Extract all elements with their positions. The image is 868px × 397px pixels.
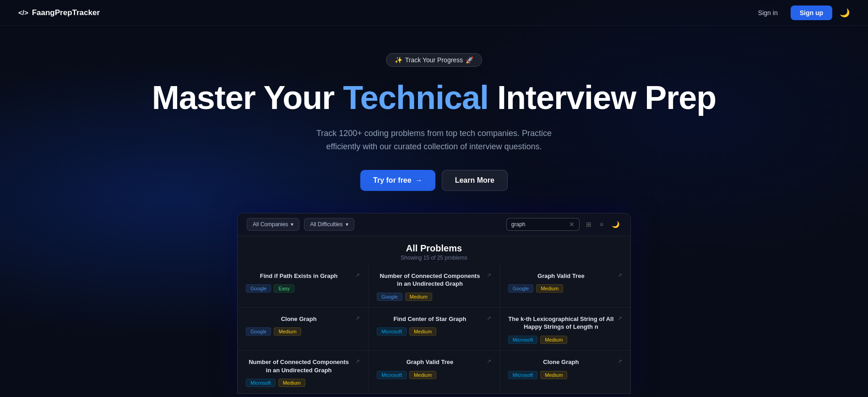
external-link-icon[interactable]: ↗ (618, 272, 622, 278)
preview-toolbar: All Companies ▾ All Difficulties ▾ ✕ ⊞ ≡… (238, 213, 630, 236)
grid-view-icon[interactable]: ⊞ (584, 219, 593, 230)
hero-title: Master Your Technical Interview Prep (0, 80, 868, 116)
signin-button[interactable]: Sign in (753, 6, 783, 19)
toolbar-filters: All Companies ▾ All Difficulties ▾ (247, 218, 354, 231)
company-tag: Google (246, 327, 271, 336)
difficulties-filter-label: All Difficulties (310, 221, 342, 228)
company-tag: Google (377, 293, 402, 301)
problems-header: All Problems Showing 15 of 25 problems (238, 236, 630, 265)
learn-more-button[interactable]: Learn More (442, 170, 508, 191)
difficulty-tag: Easy (274, 284, 294, 293)
problem-title: Number of Connected Components in an Und… (246, 358, 355, 374)
list-view-icon[interactable]: ≡ (598, 219, 605, 230)
toolbar-right: ✕ ⊞ ≡ 🌙 (506, 218, 621, 231)
problem-card[interactable]: The k-th Lexicographical String of All H… (500, 308, 630, 350)
problem-card[interactable]: Clone Graph ↗ Google Medium (238, 308, 368, 350)
companies-filter[interactable]: All Companies ▾ (247, 218, 299, 231)
difficulty-tag: Medium (278, 379, 305, 387)
card-tags: Google Medium (508, 284, 622, 293)
difficulty-tag: Medium (540, 336, 567, 344)
external-link-icon[interactable]: ↗ (618, 358, 622, 364)
difficulties-filter[interactable]: All Difficulties ▾ (304, 218, 354, 231)
difficulty-tag: Medium (536, 284, 563, 293)
problem-card[interactable]: Clone Graph ↗ Microsoft Medium (500, 351, 630, 393)
try-free-button[interactable]: Try for free → (360, 170, 435, 191)
hero-buttons: Try for free → Learn More (0, 170, 868, 191)
problem-title: Graph Valid Tree (377, 358, 486, 366)
problem-card[interactable]: Graph Valid Tree ↗ Microsoft Medium (369, 351, 499, 393)
card-tags: Microsoft Medium (508, 371, 622, 379)
external-link-icon[interactable]: ↗ (487, 272, 491, 278)
card-tags: Google Medium (377, 293, 491, 301)
hero-title-highlight: Technical (343, 79, 488, 116)
hero-title-part1: Master Your (152, 79, 343, 116)
preview-panel: All Companies ▾ All Difficulties ▾ ✕ ⊞ ≡… (237, 213, 631, 394)
preview-moon-icon[interactable]: 🌙 (610, 219, 621, 230)
problem-title: Clone Graph (246, 315, 355, 323)
problem-title: Find if Path Exists in Graph (246, 272, 355, 280)
chevron-down-icon-2: ▾ (346, 221, 348, 228)
chevron-down-icon: ▾ (291, 221, 293, 228)
external-link-icon[interactable]: ↗ (618, 315, 622, 321)
hero-title-part2: Interview Prep (488, 79, 716, 116)
difficulty-tag: Medium (409, 327, 436, 336)
problem-card[interactable]: Number of Connected Components in an Und… (238, 351, 368, 393)
badge-sparkle-icon: ✨ (395, 56, 402, 64)
hero-section: ✨ Track Your Progress 🚀 Master Your Tech… (0, 26, 868, 397)
problem-title: Find Center of Star Graph (377, 315, 486, 323)
navbar: </> FaangPrepTracker Sign in Sign up 🌙 (0, 0, 868, 26)
difficulty-tag: Medium (274, 327, 301, 336)
company-tag: Microsoft (377, 371, 407, 379)
try-free-label: Try for free (373, 176, 412, 185)
company-tag: Microsoft (508, 336, 538, 344)
clear-search-icon[interactable]: ✕ (569, 221, 575, 228)
external-link-icon[interactable]: ↗ (355, 272, 360, 278)
difficulty-tag: Medium (409, 371, 436, 379)
logo-icon: </> (18, 9, 28, 16)
arrow-icon: → (415, 176, 423, 185)
card-tags: Microsoft Medium (508, 336, 622, 344)
logo-text: FaangPrepTracker (32, 8, 100, 17)
search-box: ✕ (506, 218, 580, 231)
hero-subtitle: Track 1200+ coding problems from top tec… (306, 127, 562, 153)
external-link-icon[interactable]: ↗ (355, 315, 360, 321)
problem-title: The k-th Lexicographical String of All H… (508, 315, 618, 331)
external-link-icon[interactable]: ↗ (355, 358, 360, 364)
logo[interactable]: </> FaangPrepTracker (18, 8, 100, 17)
card-tags: Microsoft Medium (246, 379, 360, 387)
difficulty-tag: Medium (405, 293, 432, 301)
card-tags: Google Medium (246, 327, 360, 336)
search-input[interactable] (511, 221, 566, 228)
company-tag: Microsoft (246, 379, 276, 387)
problem-title: Graph Valid Tree (508, 272, 618, 280)
company-tag: Microsoft (377, 327, 407, 336)
problem-card[interactable]: Number of Connected Components in an Und… (369, 265, 499, 307)
card-tags: Microsoft Medium (377, 371, 491, 379)
badge-text: Track Your Progress (405, 56, 463, 64)
problem-card[interactable]: Find if Path Exists in Graph ↗ Google Ea… (238, 265, 368, 307)
card-tags: Google Easy (246, 284, 360, 293)
signup-button[interactable]: Sign up (791, 5, 832, 20)
nav-actions: Sign in Sign up 🌙 (753, 5, 850, 20)
external-link-icon[interactable]: ↗ (487, 358, 491, 364)
problem-title: Clone Graph (508, 358, 618, 366)
card-tags: Microsoft Medium (377, 327, 491, 336)
problems-title: All Problems (247, 243, 621, 254)
theme-toggle-icon[interactable]: 🌙 (840, 8, 850, 18)
problem-card[interactable]: Find Center of Star Graph ↗ Microsoft Me… (369, 308, 499, 350)
problems-grid: Find if Path Exists in Graph ↗ Google Ea… (238, 265, 630, 393)
companies-filter-label: All Companies (253, 221, 288, 228)
problem-title: Number of Connected Components in an Und… (377, 272, 486, 288)
badge-rocket-icon: 🚀 (466, 56, 473, 64)
company-tag: Microsoft (508, 371, 538, 379)
company-tag: Google (508, 284, 533, 293)
company-tag: Google (246, 284, 271, 293)
problems-count: Showing 15 of 25 problems (247, 255, 621, 261)
difficulty-tag: Medium (540, 371, 567, 379)
external-link-icon[interactable]: ↗ (487, 315, 491, 321)
hero-badge: ✨ Track Your Progress 🚀 (386, 53, 482, 67)
problem-card[interactable]: Graph Valid Tree ↗ Google Medium (500, 265, 630, 307)
